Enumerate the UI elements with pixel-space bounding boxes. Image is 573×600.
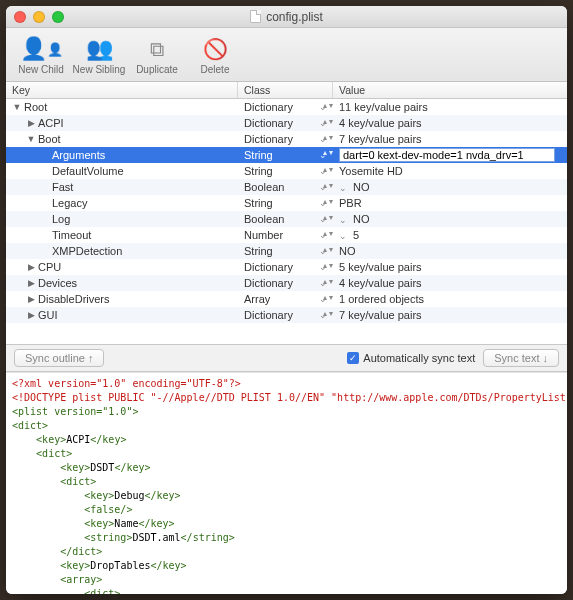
row-class[interactable]: Dictionary (238, 117, 333, 129)
delete-button[interactable]: 🚫 Delete (186, 28, 244, 81)
close-icon[interactable] (14, 11, 26, 23)
stepper-icon[interactable]: ▴ ▾ (323, 167, 333, 172)
stepper-icon[interactable]: ▴ ▾ (323, 199, 333, 204)
disclosure-open-icon[interactable]: ▼ (26, 134, 36, 144)
table-row[interactable]: ▶GUIDictionary▴ ▾7 key/value pairs (6, 307, 567, 323)
table-row[interactable]: DefaultVolumeString▴ ▾Yosemite HD (6, 163, 567, 179)
title-text: config.plist (266, 10, 323, 24)
table-row[interactable]: FastBoolean▴ ▾⌄NO (6, 179, 567, 195)
header-value[interactable]: Value (333, 82, 567, 98)
row-class[interactable]: Dictionary (238, 309, 333, 321)
row-value[interactable]: ▴ ▾⌄5 (333, 229, 567, 241)
xml-line: <false/> (12, 503, 561, 517)
row-class[interactable]: Dictionary (238, 133, 333, 145)
stepper-icon[interactable]: ▴ ▾ (323, 247, 333, 252)
stepper-icon[interactable]: ▴ ▾ (323, 135, 333, 140)
table-row[interactable]: LogBoolean▴ ▾⌄NO (6, 211, 567, 227)
stepper-icon[interactable]: ▴ ▾ (323, 311, 333, 316)
value-editor[interactable]: dart=0 kext-dev-mode=1 nvda_drv=1 (339, 148, 555, 162)
xml-line: <key>DSDT</key> (12, 461, 561, 475)
table-row[interactable]: ▼RootDictionary▴ ▾11 key/value pairs (6, 99, 567, 115)
xml-line: <?xml version="1.0" encoding="UTF-8"?> (12, 377, 561, 391)
row-value[interactable]: ▴ ▾4 key/value pairs (333, 277, 567, 289)
auto-sync-checkbox[interactable]: ✓ Automatically sync text (347, 352, 475, 364)
xml-line: <dict> (12, 447, 561, 461)
row-key: Boot (38, 133, 61, 145)
row-class[interactable]: Boolean (238, 181, 333, 193)
stepper-icon[interactable]: ▴ ▾ (323, 183, 333, 188)
row-value[interactable]: ▴ ▾NO (333, 245, 567, 257)
disclosure-closed-icon[interactable]: ▶ (26, 278, 36, 288)
row-value[interactable]: ▴ ▾5 key/value pairs (333, 261, 567, 273)
table-row[interactable]: XMPDetectionString▴ ▾NO (6, 243, 567, 259)
row-value[interactable]: ▴ ▾7 key/value pairs (333, 133, 567, 145)
xml-line: <dict> (12, 419, 561, 433)
header-class[interactable]: Class (238, 82, 333, 98)
sync-outline-button[interactable]: Sync outline ↑ (14, 349, 104, 367)
new-child-button[interactable]: 👤👤 New Child (12, 28, 70, 81)
row-key: Arguments (52, 149, 105, 161)
disclosure-open-icon[interactable]: ▼ (12, 102, 22, 112)
stepper-icon[interactable]: ▴ ▾ (323, 103, 333, 108)
table-row[interactable]: ▶DisableDriversArray▴ ▾1 ordered objects (6, 291, 567, 307)
toolbar: 👤👤 New Child 👥 New Sibling ⧉ Duplicate 🚫… (6, 28, 567, 82)
row-class[interactable]: Dictionary (238, 277, 333, 289)
disclosure-closed-icon[interactable]: ▶ (26, 310, 36, 320)
disclosure-closed-icon[interactable]: ▶ (26, 118, 36, 128)
stepper-icon[interactable]: ▴ ▾ (323, 215, 333, 220)
row-class[interactable]: Dictionary (238, 261, 333, 273)
row-key: CPU (38, 261, 61, 273)
xml-view[interactable]: <?xml version="1.0" encoding="UTF-8"?><!… (6, 372, 567, 594)
row-value[interactable]: ▴ ▾dart=0 kext-dev-mode=1 nvda_drv=1 (333, 148, 567, 162)
outline-view[interactable]: ▼RootDictionary▴ ▾11 key/value pairs▶ACP… (6, 99, 567, 344)
value-text: 11 key/value pairs (339, 101, 428, 113)
stepper-icon[interactable]: ▴ ▾ (323, 263, 333, 268)
chevron-down-icon[interactable]: ⌄ (339, 183, 347, 193)
new-sibling-button[interactable]: 👥 New Sibling (70, 28, 128, 81)
header-key[interactable]: Key (6, 82, 238, 98)
sync-bar: Sync outline ↑ ✓ Automatically sync text… (6, 344, 567, 372)
stepper-icon[interactable]: ▴ ▾ (323, 119, 333, 124)
delete-icon: 🚫 (203, 34, 228, 64)
row-value[interactable]: ▴ ▾Yosemite HD (333, 165, 567, 177)
table-row[interactable]: ▶CPUDictionary▴ ▾5 key/value pairs (6, 259, 567, 275)
row-class[interactable]: String (238, 149, 333, 161)
stepper-icon[interactable]: ▴ ▾ (323, 150, 333, 155)
disclosure-closed-icon[interactable]: ▶ (26, 294, 36, 304)
zoom-icon[interactable] (52, 11, 64, 23)
row-key: Log (52, 213, 70, 225)
row-value[interactable]: ▴ ▾⌄NO (333, 181, 567, 193)
row-class[interactable]: Array (238, 293, 333, 305)
row-value[interactable]: ▴ ▾⌄NO (333, 213, 567, 225)
row-class[interactable]: Number (238, 229, 333, 241)
stepper-icon[interactable]: ▴ ▾ (323, 279, 333, 284)
new-child-icon: 👤👤 (20, 34, 63, 64)
table-row[interactable]: ▶ACPIDictionary▴ ▾4 key/value pairs (6, 115, 567, 131)
row-class[interactable]: Dictionary (238, 101, 333, 113)
row-class[interactable]: String (238, 197, 333, 209)
value-text: 4 key/value pairs (339, 277, 422, 289)
chevron-down-icon[interactable]: ⌄ (339, 231, 347, 241)
row-class[interactable]: Boolean (238, 213, 333, 225)
row-class[interactable]: String (238, 165, 333, 177)
table-row[interactable]: ▶DevicesDictionary▴ ▾4 key/value pairs (6, 275, 567, 291)
table-row[interactable]: ▼BootDictionary▴ ▾7 key/value pairs (6, 131, 567, 147)
row-key: GUI (38, 309, 58, 321)
table-row[interactable]: TimeoutNumber▴ ▾⌄5 (6, 227, 567, 243)
row-value[interactable]: ▴ ▾1 ordered objects (333, 293, 567, 305)
row-value[interactable]: ▴ ▾PBR (333, 197, 567, 209)
disclosure-closed-icon[interactable]: ▶ (26, 262, 36, 272)
sync-text-button[interactable]: Sync text ↓ (483, 349, 559, 367)
table-row[interactable]: LegacyString▴ ▾PBR (6, 195, 567, 211)
row-value[interactable]: ▴ ▾11 key/value pairs (333, 101, 567, 113)
stepper-icon[interactable]: ▴ ▾ (323, 295, 333, 300)
minimize-icon[interactable] (33, 11, 45, 23)
row-class[interactable]: String (238, 245, 333, 257)
value-text: 5 (353, 229, 359, 241)
row-value[interactable]: ▴ ▾7 key/value pairs (333, 309, 567, 321)
stepper-icon[interactable]: ▴ ▾ (323, 231, 333, 236)
table-row[interactable]: ArgumentsString▴ ▾dart=0 kext-dev-mode=1… (6, 147, 567, 163)
row-value[interactable]: ▴ ▾4 key/value pairs (333, 117, 567, 129)
duplicate-button[interactable]: ⧉ Duplicate (128, 28, 186, 81)
chevron-down-icon[interactable]: ⌄ (339, 215, 347, 225)
